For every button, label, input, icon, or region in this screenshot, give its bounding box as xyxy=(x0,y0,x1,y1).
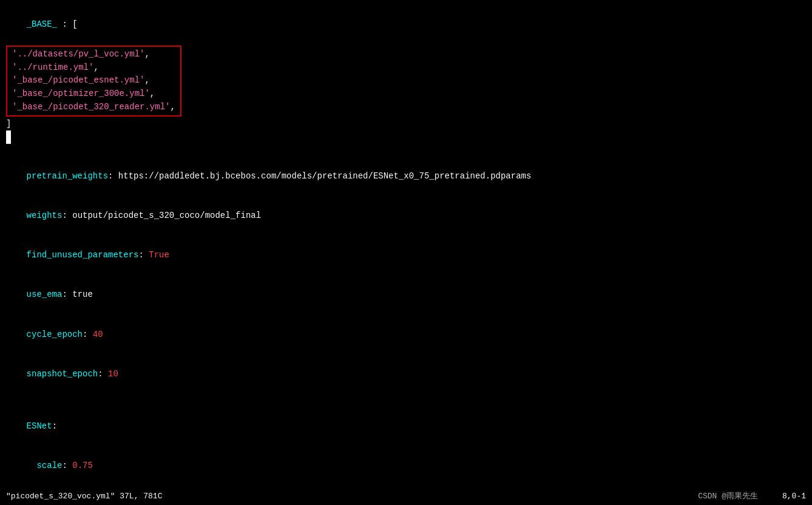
line-use-ema: use_ema: true xyxy=(6,276,806,315)
line-hl-2: '../runtime.yml', xyxy=(12,61,175,75)
line-pretrain: pretrain_weights: https://paddledet.bj.b… xyxy=(6,157,806,197)
status-position: 8,0-1 xyxy=(782,490,806,503)
line-cycle-epoch: cycle_epoch: 40 xyxy=(6,315,806,354)
code-editor: _BASE_ : [ '../datasets/pv_l_voc.yml', '… xyxy=(0,0,812,505)
status-filename: "picodet_s_320_voc.yml" 37L, 781C xyxy=(6,490,698,503)
line-scale: scale: 0.75 xyxy=(6,447,806,486)
line-blank-2 xyxy=(6,394,806,407)
status-bar: "picodet_s_320_voc.yml" 37L, 781C CSDN @… xyxy=(0,488,812,505)
line-blank-1 xyxy=(6,144,806,157)
line-cursor xyxy=(6,130,806,144)
line-esnet-header: ESNet: xyxy=(6,407,806,447)
csdn-watermark: CSDN @雨果先生 xyxy=(698,490,758,503)
line-base-key: _BASE_ : [ xyxy=(6,5,806,44)
line-hl-5: '_base_/picodet_320_reader.yml', xyxy=(12,101,175,114)
line-find-unused: find_unused_parameters: True xyxy=(6,236,806,276)
line-hl-3: '_base_/picodet_esnet.yml', xyxy=(12,74,175,87)
line-snapshot-epoch: snapshot_epoch: 10 xyxy=(6,354,806,394)
line-bracket-close: ] xyxy=(6,118,806,131)
line-hl-4: '_base_/optimizer_300e.yml', xyxy=(12,87,175,101)
line-hl-1: '../datasets/pv_l_voc.yml', xyxy=(12,48,175,61)
line-weights: weights: output/picodet_s_320_coco/model… xyxy=(6,197,806,236)
